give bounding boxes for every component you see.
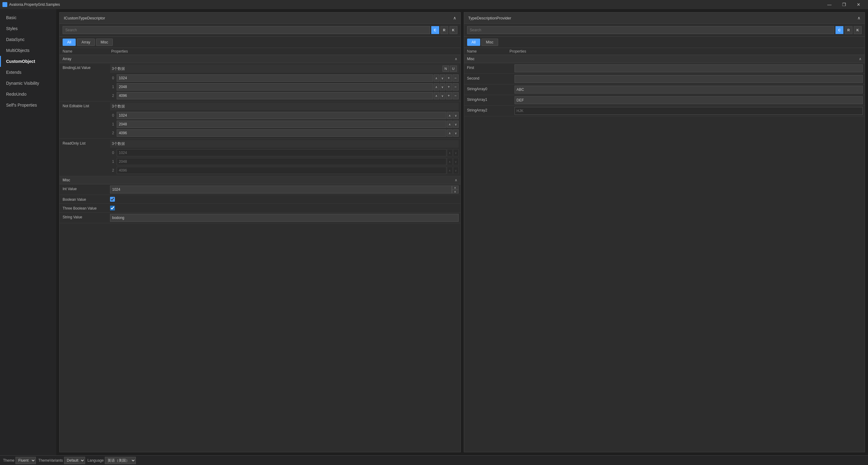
left-section-misc-header[interactable]: Misc ∧ (60, 176, 460, 185)
right-section-misc-title: Misc (467, 57, 475, 61)
maximize-button[interactable]: ❐ (837, 0, 851, 9)
array-minus-bindinglist-1[interactable]: − (453, 83, 459, 91)
array-spindown-readonly-0: ∨ (453, 149, 459, 157)
sidebar-item-dynamic-visibility[interactable]: Dynamic Visibility (0, 78, 56, 89)
left-search-btn-r[interactable]: R (440, 26, 448, 34)
prop-value-threebool (108, 204, 460, 212)
right-search-btn-c[interactable]: C (835, 26, 843, 34)
spinbox-up-intvalue[interactable]: ∧ (452, 186, 459, 190)
left-search-input[interactable] (63, 26, 430, 34)
right-input-stringarray0[interactable] (515, 86, 863, 94)
left-tab-all[interactable]: All (63, 39, 76, 46)
array-input-bindinglist-2[interactable] (117, 92, 433, 99)
prop-row-readonly: ReadOnly List 3个数据 0 ∧ ∨ 1 (60, 139, 460, 176)
array-plus-bindinglist-2[interactable]: + (446, 92, 452, 99)
right-search-btn-r[interactable]: R (845, 26, 852, 34)
array-readonly-index-1: 1 (110, 160, 116, 164)
array-spinup-bindinglist-0[interactable]: ∧ (434, 74, 439, 82)
left-search-bar: C R K (60, 24, 460, 37)
close-button[interactable]: ✕ (851, 0, 866, 9)
array-spindown-noteditable-2[interactable]: ∨ (453, 129, 459, 137)
right-prop-value-first (513, 63, 865, 73)
checkbox-threebool[interactable] (110, 206, 115, 210)
sidebar-item-redoundo[interactable]: RedoUndo (0, 89, 56, 100)
right-search-btn-k[interactable]: K (854, 26, 862, 34)
left-tab-misc[interactable]: Misc (96, 39, 113, 46)
theme-item: Theme Fluent Simple (3, 457, 36, 464)
sidebar-item-basic[interactable]: Basic (0, 12, 56, 23)
array-spindown-bindinglist-0[interactable]: ∨ (440, 74, 445, 82)
array-spindown-noteditable-0[interactable]: ∨ (453, 112, 459, 119)
array-spinup-readonly-1: ∧ (447, 158, 453, 165)
array-btn-u-bindinglist[interactable]: U (450, 66, 457, 72)
array-input-bindinglist-0[interactable] (117, 74, 433, 82)
array-spinup-readonly-2: ∧ (447, 167, 453, 174)
right-tab-misc[interactable]: Misc (482, 39, 498, 46)
array-spinup-bindinglist-1[interactable]: ∧ (434, 83, 439, 91)
array-spinup-noteditable-0[interactable]: ∧ (447, 112, 453, 119)
array-readonly-index-0: 0 (110, 151, 116, 155)
left-search-btn-c[interactable]: C (431, 26, 439, 34)
right-input-second[interactable] (515, 75, 863, 83)
spinbox-row-intvalue: ∧ ∨ (110, 186, 459, 194)
prop-value-bindinglist: 3个数据 N U 0 ∧ ∨ + − (108, 63, 460, 101)
array-minus-bindinglist-2[interactable]: − (453, 92, 459, 99)
right-input-first[interactable] (515, 64, 863, 72)
left-panel: ICustomTypeDescriptor ∧ C R K All Array … (59, 12, 461, 452)
prop-value-boolvalue (108, 195, 460, 203)
right-tab-all[interactable]: All (467, 39, 480, 46)
array-noteditable-index-1: 1 (110, 122, 116, 126)
spinbox-input-intvalue[interactable] (110, 186, 452, 194)
left-section-array-toggle: ∧ (455, 57, 457, 61)
right-prop-name-second: Second (464, 74, 513, 82)
checkbox-boolvalue[interactable] (110, 197, 115, 202)
spinbox-down-intvalue[interactable]: ∨ (452, 190, 459, 194)
right-section-misc-header[interactable]: Misc ∧ (464, 55, 865, 63)
sidebar-item-extends[interactable]: Extends (0, 67, 56, 78)
array-plus-bindinglist-0[interactable]: + (446, 74, 452, 82)
left-section-array-header[interactable]: Array ∧ (60, 55, 460, 63)
array-input-noteditable-1[interactable] (117, 121, 446, 128)
left-col-props: Properties (111, 49, 457, 54)
right-input-stringarray1[interactable] (515, 96, 863, 104)
array-plus-bindinglist-1[interactable]: + (446, 83, 452, 91)
array-input-noteditable-0[interactable] (117, 112, 446, 119)
right-prop-row-stringarray2: StringArray2 (464, 106, 865, 116)
sidebar-item-datasync[interactable]: DataSync (0, 34, 56, 45)
left-search-btn-k[interactable]: K (450, 26, 457, 34)
minimize-button[interactable]: — (823, 0, 836, 9)
theme-select[interactable]: Fluent Simple (16, 457, 36, 464)
language-select[interactable]: 英语（美国） 中文（简体） (105, 457, 136, 464)
left-panel-collapse-button[interactable]: ∧ (453, 15, 456, 20)
right-filter-tabs: All Misc (464, 37, 865, 48)
right-prop-name-first: First (464, 63, 513, 72)
array-spinup-noteditable-2[interactable]: ∧ (447, 129, 453, 137)
array-spinup-noteditable-1[interactable]: ∧ (447, 121, 453, 128)
array-spinup-bindinglist-2[interactable]: ∧ (434, 92, 439, 99)
main-layout: Basic Styles DataSync MultiObjects Custo… (0, 9, 868, 455)
right-prop-value-stringarray1 (513, 95, 865, 105)
sidebar-item-selfs-properties[interactable]: Self's Properties (0, 100, 56, 110)
left-filter-tabs: All Array Misc (60, 37, 460, 48)
array-minus-bindinglist-0[interactable]: − (453, 74, 459, 82)
prop-name-bindinglist: BindingList Value (60, 63, 108, 72)
array-spindown-noteditable-1[interactable]: ∨ (453, 121, 459, 128)
sidebar-item-multiobjects[interactable]: MultiObjects (0, 45, 56, 56)
sidebar-item-styles[interactable]: Styles (0, 23, 56, 34)
theme-label: Theme (3, 458, 14, 463)
input-stringvalue[interactable] (110, 214, 459, 222)
prop-name-readonly: ReadOnly List (60, 139, 108, 147)
array-spinup-readonly-0: ∧ (447, 149, 453, 157)
sidebar-item-customobject[interactable]: CustomObject (0, 56, 56, 67)
array-spindown-bindinglist-1[interactable]: ∨ (440, 83, 445, 91)
right-panel-collapse-button[interactable]: ∧ (857, 15, 860, 20)
array-input-noteditable-2[interactable] (117, 129, 446, 137)
array-btn-n-bindinglist[interactable]: N (442, 66, 449, 72)
left-tab-array[interactable]: Array (77, 39, 95, 46)
right-search-input[interactable] (467, 26, 835, 34)
array-index-1: 1 (110, 85, 116, 89)
array-spindown-bindinglist-2[interactable]: ∨ (440, 92, 445, 99)
theme-variants-select[interactable]: Default Light Dark (64, 457, 85, 464)
array-input-bindinglist-1[interactable] (117, 83, 433, 91)
array-item-bindinglist-2: 2 ∧ ∨ + − (110, 92, 459, 99)
